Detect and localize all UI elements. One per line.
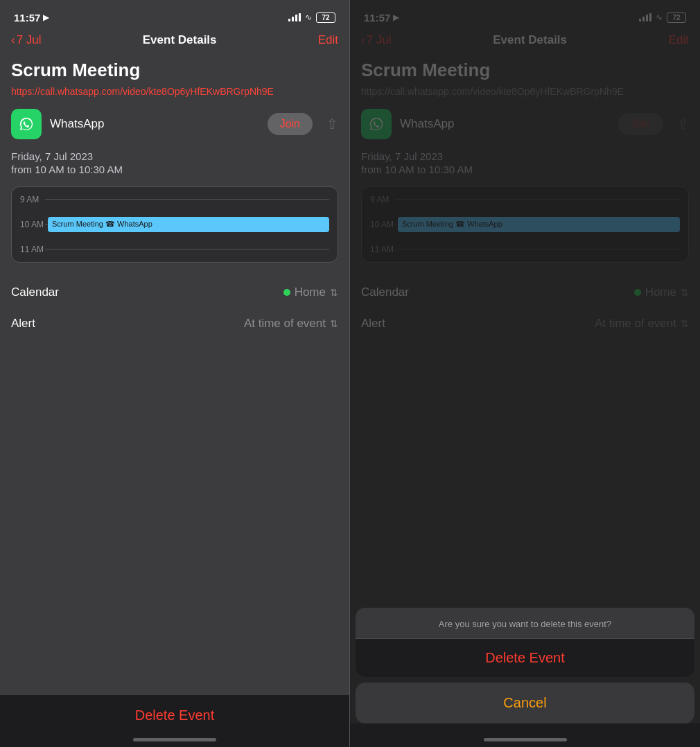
chevron-updown-icon-alert-left: ⇅	[330, 318, 338, 329]
alert-row-left[interactable]: Alert At time of event ⇅	[11, 308, 338, 339]
join-button-left[interactable]: Join	[268, 113, 313, 135]
cal-line-11	[45, 249, 329, 249]
chevron-updown-icon-cal-left: ⇅	[330, 287, 338, 298]
cal-line-9	[45, 199, 329, 200]
edit-button-left[interactable]: Edit	[318, 33, 338, 47]
status-icons-left: ∿ 72	[288, 12, 335, 23]
cal-row-9am: 9 AM	[12, 187, 338, 212]
event-time-left: from 10 AM to 10:30 AM	[11, 164, 338, 175]
whatsapp-label-left: WhatsApp	[50, 117, 259, 131]
cal-row-11am: 11 AM	[12, 237, 338, 262]
home-indicator-right	[484, 738, 567, 741]
cal-hour-9: 9 AM	[20, 195, 45, 204]
event-link-left[interactable]: https://call.whatsapp.com/video/kte8Op6y…	[11, 85, 338, 99]
svg-point-0	[17, 114, 36, 134]
share-icon-left[interactable]: ⇧	[326, 116, 338, 132]
wifi-icon: ∿	[305, 12, 312, 22]
back-button-left[interactable]: ‹ 7 Jul	[11, 33, 42, 47]
alert-label-left: Alert	[11, 317, 35, 331]
chevron-left-icon: ‹	[11, 33, 15, 47]
content-left: Scrum Meeting https://call.whatsapp.com/…	[0, 54, 349, 747]
home-dot-left	[283, 289, 290, 296]
cal-hour-10: 10 AM	[20, 220, 45, 229]
event-date-left: Friday, 7 Jul 2023	[11, 150, 338, 162]
nav-title-left: Event Details	[143, 33, 217, 47]
status-bar-left: 11:57 ▶ ∿ 72	[0, 0, 349, 30]
cal-hour-11: 11 AM	[20, 245, 45, 254]
whatsapp-row-left: WhatsApp Join ⇧	[11, 109, 338, 139]
time-left: 11:57 ▶	[14, 12, 49, 24]
delete-event-button-left[interactable]: Delete Event	[11, 705, 338, 726]
location-arrow-icon: ▶	[43, 13, 49, 22]
action-sheet: Are you sure you want to delete this eve…	[350, 608, 700, 747]
calendar-row-left[interactable]: Calendar Home ⇅	[11, 276, 338, 308]
action-sheet-cancel-row[interactable]: Cancel	[356, 683, 694, 723]
left-screen: 11:57 ▶ ∿ 72 ‹ 7 Jul Event Details Edit …	[0, 0, 350, 747]
event-title-left: Scrum Meeting	[11, 60, 338, 81]
whatsapp-app-icon	[11, 109, 42, 139]
cal-row-10am: 10 AM Scrum Meeting ☎ WhatsApp	[12, 212, 338, 237]
calendar-value-left: Home ⇅	[283, 285, 338, 299]
battery-icon: 72	[316, 12, 335, 23]
signal-icon	[288, 13, 301, 21]
cancel-button-right[interactable]: Cancel	[503, 695, 546, 710]
mini-calendar-left: 9 AM 10 AM Scrum Meeting ☎ WhatsApp 11 A…	[11, 186, 338, 263]
nav-bar-left: ‹ 7 Jul Event Details Edit	[0, 30, 349, 54]
cal-event-bar-left[interactable]: Scrum Meeting ☎ WhatsApp	[48, 217, 329, 232]
action-sheet-message: Are you sure you want to delete this eve…	[439, 619, 611, 638]
action-sheet-bottom-padding	[350, 723, 700, 747]
action-sheet-delete-row[interactable]: Delete Event	[356, 639, 694, 677]
calendar-label-left: Calendar	[11, 285, 59, 299]
cal-event-label-left: Scrum Meeting ☎ WhatsApp	[52, 220, 152, 229]
delete-event-button-right[interactable]: Delete Event	[485, 650, 565, 665]
alert-value-left: At time of event ⇅	[244, 317, 338, 331]
right-screen: 11:57 ▶ ∿ 72 ‹ 7 Jul	[350, 0, 700, 747]
home-indicator-left	[133, 738, 216, 741]
